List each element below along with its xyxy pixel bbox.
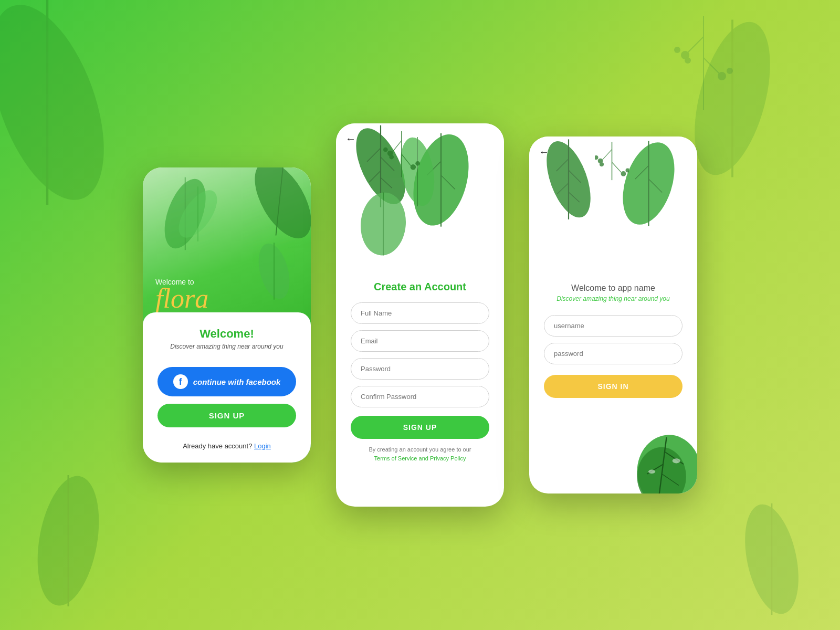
svg-point-0 [0, 0, 126, 215]
phone3-header: ← [529, 136, 697, 273]
svg-point-4 [28, 471, 108, 610]
create-account-title: Create an Account [351, 281, 489, 293]
back-arrow-phone2[interactable]: ← [345, 133, 356, 145]
signup-button-phone2[interactable]: SIGN UP [351, 416, 489, 439]
phone1-welcome: Welcome to flora Welcome! Discover amazi… [143, 167, 311, 463]
svg-line-73 [647, 464, 663, 474]
svg-line-66 [612, 162, 622, 173]
phone2-header: ← [336, 123, 504, 270]
terms-link[interactable]: Terms of Service and Privacy Policy [374, 455, 466, 461]
svg-point-75 [673, 458, 680, 463]
phone3-bottom-leaf-svg [618, 423, 697, 494]
phones-container: Welcome to flora Welcome! Discover amazi… [143, 123, 697, 507]
svg-point-69 [637, 435, 698, 494]
svg-point-12 [685, 57, 691, 64]
header-leaf-4 [174, 183, 222, 245]
svg-line-62 [603, 150, 612, 160]
phone1-body: Welcome! Discover amazing thing near aro… [143, 312, 311, 463]
svg-point-47 [389, 155, 394, 160]
svg-line-13 [704, 58, 719, 74]
svg-point-68 [626, 168, 629, 172]
header-leaf-3 [248, 238, 300, 304]
svg-point-50 [415, 161, 420, 166]
username-input[interactable] [544, 315, 682, 337]
p3-berry [595, 142, 629, 188]
signup-button[interactable]: SIGN UP [158, 404, 296, 427]
welcome-title: Welcome! [158, 327, 296, 341]
svg-point-46 [383, 148, 388, 152]
svg-line-9 [688, 37, 704, 52]
signup-button-phone2-label: SIGN UP [403, 423, 437, 432]
svg-point-10 [681, 51, 689, 59]
facebook-button-label: continue with facebook [193, 377, 281, 386]
phone2-form: Create an Account SIGN UP By creating an… [336, 270, 504, 475]
svg-line-74 [662, 474, 679, 485]
svg-point-16 [243, 167, 311, 247]
svg-point-70 [637, 447, 686, 494]
welcome-app-subtitle: Discover amazing thing near around you [544, 295, 682, 302]
svg-point-15 [727, 68, 733, 74]
password-input[interactable] [351, 358, 489, 380]
facebook-icon: f [173, 374, 188, 389]
facebook-button[interactable]: f continue with facebook [158, 367, 296, 396]
confirm-password-input[interactable] [351, 386, 489, 407]
phone2-signup: ← [336, 123, 504, 507]
svg-point-76 [648, 470, 655, 474]
svg-point-64 [595, 155, 598, 160]
phone3-signin: ← [529, 136, 697, 494]
svg-point-65 [600, 162, 604, 166]
terms-text: By creating an account you agree to our … [351, 445, 489, 463]
svg-point-67 [621, 171, 626, 176]
signup-button-label: SIGN UP [209, 411, 245, 420]
signin-button[interactable]: SIGN IN [544, 375, 682, 398]
full-name-input[interactable] [351, 302, 489, 324]
svg-line-44 [393, 141, 402, 152]
phone3-form: Welcome to app name Discover amazing thi… [529, 273, 697, 411]
app-name-flora: flora [155, 285, 208, 312]
login-link[interactable]: Login [254, 442, 271, 450]
phone1-header: Welcome to flora [143, 167, 311, 325]
svg-point-49 [411, 164, 416, 170]
welcome-app-title: Welcome to app name [544, 284, 682, 293]
svg-line-72 [665, 452, 684, 464]
phone3-bottom-leaf [618, 423, 697, 494]
svg-line-48 [402, 154, 411, 166]
p2-berry [383, 131, 420, 186]
svg-point-14 [718, 72, 726, 80]
p2-leaf-4 [352, 188, 415, 260]
svg-point-6 [736, 499, 807, 618]
email-input[interactable] [351, 330, 489, 352]
back-arrow-phone3[interactable]: ← [539, 146, 549, 158]
welcome-subtitle: Discover amazing thing near around you [158, 343, 296, 350]
svg-point-11 [674, 47, 680, 53]
svg-line-71 [659, 437, 667, 494]
signin-button-label: SIGN IN [597, 382, 628, 391]
signin-password-input[interactable] [544, 343, 682, 364]
already-account-text: Already have account? Login [158, 442, 296, 450]
